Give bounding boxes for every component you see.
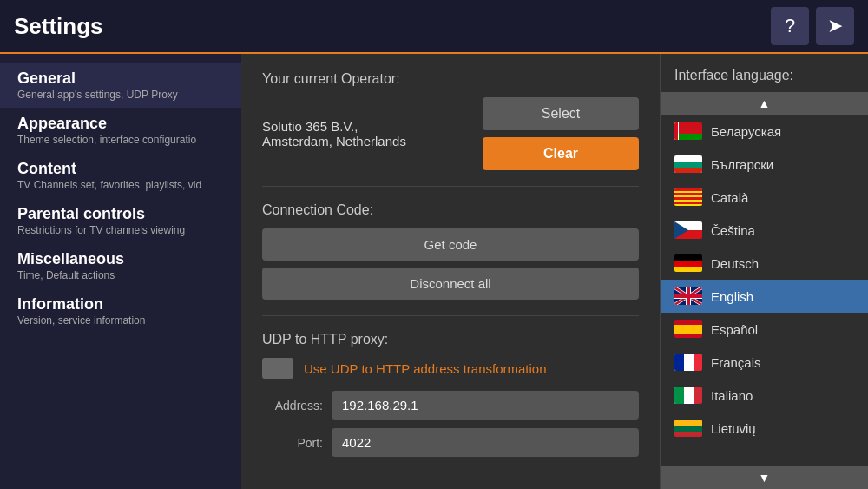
flag-icon: [674, 254, 702, 272]
language-name: Български: [711, 157, 773, 172]
forward-button[interactable]: ➤: [816, 7, 854, 45]
sidebar-item-general[interactable]: General General app's settings, UDP Prox…: [0, 63, 241, 108]
udp-section: UDP to HTTP proxy: Use UDP to HTTP addre…: [262, 332, 639, 457]
sidebar: General General app's settings, UDP Prox…: [0, 54, 241, 489]
sidebar-item-title: Miscellaneous: [17, 250, 224, 268]
help-button[interactable]: ?: [771, 7, 809, 45]
main-layout: General General app's settings, UDP Prox…: [0, 54, 868, 489]
udp-toggle[interactable]: [262, 358, 293, 379]
language-name: English: [711, 289, 753, 304]
sidebar-item-subtitle: Restrictions for TV channels viewing: [17, 224, 224, 236]
sidebar-item-title: Parental controls: [17, 205, 224, 223]
port-input[interactable]: [332, 428, 639, 457]
language-item-it[interactable]: Italiano: [661, 379, 868, 412]
svg-rect-16: [674, 261, 702, 267]
operator-location: Amsterdam, Netherlands: [262, 134, 406, 149]
scroll-down-button[interactable]: ▼: [661, 466, 868, 489]
sidebar-item-parental[interactable]: Parental controls Restrictions for TV ch…: [0, 198, 241, 243]
language-item-fr[interactable]: Français: [661, 346, 868, 379]
sidebar-item-subtitle: Version, service information: [17, 314, 224, 327]
udp-toggle-label: Use UDP to HTTP address transformation: [304, 361, 547, 376]
svg-rect-17: [674, 267, 702, 272]
language-name: Italiano: [711, 388, 753, 403]
divider-1: [262, 186, 639, 187]
left-panel: Your current Operator: Solutio 365 B.V.,…: [241, 54, 660, 489]
svg-rect-26: [674, 387, 684, 404]
address-input[interactable]: [332, 391, 639, 420]
svg-rect-10: [674, 197, 702, 200]
flag-icon: [674, 122, 702, 140]
sidebar-item-title: Information: [17, 295, 224, 314]
sidebar-item-title: Content: [17, 160, 224, 178]
flag-icon: [674, 354, 702, 371]
scroll-up-button[interactable]: ▲: [661, 92, 868, 115]
language-item-bg[interactable]: Български: [661, 148, 868, 181]
content-area: Your current Operator: Solutio 365 B.V.,…: [241, 54, 868, 489]
language-name: Deutsch: [711, 256, 759, 271]
language-item-by[interactable]: Беларуская: [661, 115, 868, 148]
sidebar-item-miscellaneous[interactable]: Miscellaneous Time, Default actions: [0, 243, 241, 288]
svg-rect-8: [674, 188, 702, 191]
port-label: Port:: [262, 436, 323, 450]
language-name: Français: [711, 355, 761, 370]
language-name: Lietuvių: [711, 421, 756, 436]
sidebar-item-subtitle: TV Channels set, favorites, playlists, v…: [17, 179, 224, 191]
flag-icon: [674, 155, 702, 173]
svg-rect-29: [674, 432, 702, 437]
language-item-cz[interactable]: Čeština: [661, 214, 868, 247]
clear-button[interactable]: Clear: [483, 137, 639, 170]
sidebar-item-subtitle: General app's settings, UDP Proxy: [17, 89, 224, 101]
get-code-button[interactable]: Get code: [262, 228, 639, 261]
svg-rect-11: [674, 202, 702, 204]
sidebar-item-subtitle: Theme selection, interface configuratio: [17, 134, 224, 146]
svg-rect-9: [674, 193, 702, 195]
language-name: Čeština: [711, 223, 755, 238]
language-item-gb[interactable]: English: [661, 280, 868, 313]
sidebar-item-title: General: [17, 69, 224, 88]
operator-label: Your current Operator:: [262, 71, 639, 87]
svg-rect-27: [674, 420, 702, 426]
svg-rect-6: [674, 168, 702, 173]
sidebar-item-title: Appearance: [17, 115, 224, 133]
operator-row: Solutio 365 B.V., Amsterdam, Netherlands…: [262, 97, 639, 170]
flag-icon: [674, 387, 702, 404]
sidebar-item-subtitle: Time, Default actions: [17, 269, 224, 281]
page-title: Settings: [14, 13, 103, 40]
udp-label: UDP to HTTP proxy:: [262, 332, 639, 347]
sidebar-item-appearance[interactable]: Appearance Theme selection, interface co…: [0, 108, 241, 153]
language-list-wrapper: Беларуская Български Català Čeština Deut…: [661, 115, 868, 466]
address-label: Address:: [262, 399, 323, 413]
sidebar-item-information[interactable]: Information Version, service information: [0, 288, 241, 334]
operator-name: Solutio 365 B.V.,: [262, 119, 406, 134]
divider-2: [262, 315, 639, 316]
language-name: Català: [711, 190, 748, 205]
svg-rect-5: [674, 162, 702, 168]
language-item-cat[interactable]: Català: [661, 181, 868, 214]
language-list: Беларуская Български Català Čeština Deut…: [661, 115, 868, 445]
flag-icon: [674, 188, 702, 206]
language-panel: Interface language: ▲ Беларуская Българс…: [660, 54, 868, 489]
connection-section: Connection Code: Get code Disconnect all: [262, 202, 639, 300]
header: Settings ? ➤: [0, 0, 868, 54]
language-item-de[interactable]: Deutsch: [661, 247, 868, 280]
connection-label: Connection Code:: [262, 202, 639, 218]
language-item-es[interactable]: Español: [661, 313, 868, 346]
header-actions: ? ➤: [771, 7, 854, 45]
svg-rect-28: [674, 426, 702, 432]
svg-rect-3: [674, 122, 678, 140]
flag-icon: [674, 420, 702, 437]
udp-toggle-row: Use UDP to HTTP address transformation: [262, 358, 639, 379]
operator-buttons: Select Clear: [483, 97, 639, 170]
sidebar-item-content[interactable]: Content TV Channels set, favorites, play…: [0, 153, 241, 198]
language-item-lt[interactable]: Lietuvių: [661, 412, 868, 445]
address-row: Address:: [262, 391, 639, 420]
svg-rect-23: [674, 354, 684, 371]
language-name: Беларуская: [711, 124, 781, 139]
operator-info: Solutio 365 B.V., Amsterdam, Netherlands: [262, 119, 406, 149]
select-button[interactable]: Select: [483, 97, 639, 130]
flag-icon: [674, 221, 702, 239]
language-name: Español: [711, 322, 758, 337]
language-header: Interface language:: [661, 54, 868, 92]
flag-icon: [674, 287, 702, 305]
disconnect-button[interactable]: Disconnect all: [262, 268, 639, 300]
